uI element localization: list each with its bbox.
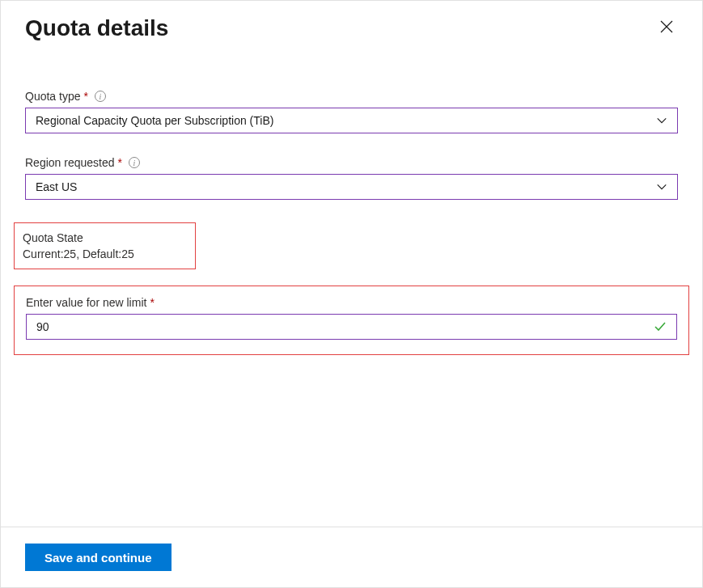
- quota-type-value: Regional Capacity Quota per Subscription…: [36, 114, 656, 127]
- required-asterisk: *: [150, 296, 154, 309]
- new-limit-label-row: Enter value for new limit *: [26, 296, 677, 309]
- new-limit-label: Enter value for new limit: [26, 296, 146, 309]
- quota-type-field: Quota type * i Regional Capacity Quota p…: [25, 90, 678, 133]
- panel-footer: Save and continue: [1, 527, 702, 587]
- chevron-down-icon: [656, 181, 667, 192]
- quota-details-panel: Quota details Quota type * i Regional Ca…: [0, 0, 703, 588]
- new-limit-box: Enter value for new limit *: [14, 286, 689, 355]
- save-continue-button[interactable]: Save and continue: [25, 544, 172, 571]
- region-value: East US: [36, 180, 656, 193]
- panel-header: Quota details: [1, 1, 702, 41]
- region-label: Region requested: [25, 156, 115, 169]
- new-limit-input[interactable]: [36, 320, 654, 333]
- region-label-row: Region requested * i: [25, 156, 678, 169]
- region-field: Region requested * i East US: [25, 156, 678, 200]
- quota-state-box: Quota State Current:25, Default:25: [14, 222, 196, 269]
- quota-type-dropdown[interactable]: Regional Capacity Quota per Subscription…: [25, 108, 678, 133]
- quota-type-label-row: Quota type * i: [25, 90, 678, 103]
- quota-state-value: Current:25, Default:25: [23, 247, 185, 260]
- close-icon: [660, 20, 673, 36]
- region-dropdown[interactable]: East US: [25, 174, 678, 200]
- required-asterisk: *: [118, 156, 122, 169]
- close-button[interactable]: [655, 15, 678, 40]
- panel-content: Quota type * i Regional Capacity Quota p…: [1, 41, 702, 527]
- quota-type-label: Quota type: [25, 90, 81, 103]
- checkmark-icon: [654, 320, 667, 333]
- required-asterisk: *: [84, 90, 88, 103]
- info-icon[interactable]: i: [129, 157, 140, 168]
- chevron-down-icon: [656, 115, 667, 126]
- new-limit-input-wrapper: [26, 314, 677, 340]
- panel-title: Quota details: [25, 15, 168, 41]
- quota-state-title: Quota State: [23, 231, 185, 244]
- info-icon[interactable]: i: [95, 91, 106, 102]
